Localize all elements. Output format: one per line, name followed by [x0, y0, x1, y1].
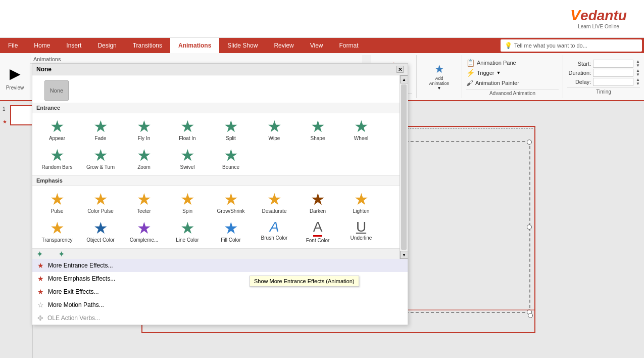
- entrance-item-wheel[interactable]: ★ Wheel: [340, 116, 382, 143]
- anim-icon: ★: [180, 220, 195, 236]
- animation-pane-icon: 📋: [466, 59, 475, 67]
- emphasis-item-lighten[interactable]: ★ Lighten: [340, 189, 382, 216]
- animation-painter-button[interactable]: Animation Painter: [475, 80, 519, 86]
- tab-review[interactable]: Review: [266, 38, 302, 53]
- scroll-down-button[interactable]: ▼: [400, 251, 408, 259]
- emphasis-item-color-pulse[interactable]: ★ Color Pulse: [80, 189, 121, 216]
- entrance-item-fly-in[interactable]: ★ Fly In: [123, 116, 165, 143]
- emphasis-item-desaturate[interactable]: ★ Desaturate: [254, 189, 295, 216]
- emphasis-item-teeter[interactable]: ★ Teeter: [123, 189, 165, 216]
- anim-icon: ★: [93, 191, 108, 207]
- preview-button[interactable]: ▶: [3, 63, 28, 84]
- entrance-item-appear[interactable]: ★ Appear: [36, 116, 78, 143]
- anim-name: Swivel: [180, 164, 195, 170]
- anim-name: Grow & Turn: [86, 164, 115, 170]
- entrance-item-bounce[interactable]: ★ Bounce: [210, 145, 252, 172]
- anim-icon: ★: [354, 191, 369, 207]
- entrance-item-swivel[interactable]: ★ Swivel: [167, 145, 208, 172]
- trigger-button[interactable]: Trigger: [477, 70, 494, 76]
- scroll-up-button[interactable]: ▲: [400, 75, 408, 83]
- more-exit-effects-item[interactable]: ★ More Exit Effects...: [32, 285, 408, 298]
- entrance-item-split[interactable]: ★ Split: [210, 116, 252, 143]
- more-motion-paths-item[interactable]: ☆ More Motion Paths...: [32, 298, 408, 311]
- handle-mr[interactable]: [527, 225, 532, 230]
- scroll-thumb[interactable]: [401, 84, 407, 250]
- entrance-item-grow-&-turn[interactable]: ★ Grow & Turn: [80, 145, 121, 172]
- emphasis-item-fill-color[interactable]: ★ Fill Color: [210, 218, 252, 245]
- anim-name: Underline: [351, 235, 372, 241]
- ole-label: OLE Action Verbs...: [47, 315, 100, 322]
- tab-design[interactable]: Design: [89, 38, 124, 53]
- more-entrance-label: More Entrance Effects...: [48, 262, 113, 269]
- logo-subtitle: Learn LIVE Online: [578, 24, 619, 29]
- emphasis-item-underline[interactable]: U Underline: [340, 218, 382, 245]
- anim-icon: ★: [224, 147, 238, 163]
- entrance-grid: ★ Appear★ Fade★ Fly In★ Float In★ Split★…: [32, 113, 408, 175]
- anim-name: Darken: [310, 208, 326, 214]
- start-input[interactable]: [593, 60, 633, 68]
- anim-panel-scroll: ▲ ▼ None Entrance ★ Appear★ Fade★ Fly In…: [32, 75, 408, 259]
- anim-name: Bounce: [222, 164, 239, 170]
- entrance-item-zoom[interactable]: ★ Zoom: [123, 145, 165, 172]
- emphasis-item-transparency[interactable]: ★ Transparency: [36, 218, 78, 245]
- entrance-item-fade[interactable]: ★ Fade: [80, 116, 121, 143]
- tab-file[interactable]: File: [0, 38, 26, 53]
- tab-slideshow[interactable]: Slide Show: [219, 38, 266, 53]
- tab-insert[interactable]: Insert: [58, 38, 89, 53]
- anim-icon: ★: [224, 220, 238, 236]
- tab-animations[interactable]: Animations: [170, 38, 219, 53]
- emphasis-item-line-color[interactable]: ★ Line Color: [167, 218, 208, 245]
- entrance-item-wipe[interactable]: ★ Wipe: [254, 116, 295, 143]
- more-entrance-effects-item[interactable]: ★ More Entrance Effects...: [32, 259, 408, 272]
- tab-home[interactable]: Home: [26, 38, 58, 53]
- anim-icon: ★: [311, 191, 325, 207]
- panel-close[interactable]: ✕: [397, 66, 404, 73]
- anim-name: Teeter: [137, 208, 151, 214]
- top-bar: Vedantu Learn LIVE Online: [0, 0, 644, 38]
- delay-down-arrow[interactable]: ▼: [636, 82, 640, 86]
- preview-section: ▶ Preview: [0, 55, 30, 98]
- emphasis-item-brush-color[interactable]: A Brush Color: [254, 218, 295, 245]
- anim-none-item[interactable]: None: [36, 78, 77, 103]
- delay-input[interactable]: [593, 78, 633, 86]
- anim-panel-header: None ✕: [32, 64, 408, 75]
- handle-bottom-right[interactable]: [528, 313, 533, 318]
- anim-name: Random Bars: [41, 164, 72, 170]
- advanced-animation-section: 📋 Animation Pane ⚡ Trigger ▼ 🖌 Animation…: [462, 55, 563, 98]
- entrance-section-label: Entrance: [32, 103, 408, 113]
- add-animation-section: ★ AddAnimation ▼: [417, 55, 462, 98]
- trigger-dropdown[interactable]: ▼: [496, 70, 501, 75]
- tab-transitions[interactable]: Transitions: [125, 38, 170, 53]
- more-entrance-star: ★: [37, 261, 44, 270]
- start-down-arrow[interactable]: ▼: [636, 64, 640, 68]
- none-icon: None: [44, 80, 69, 101]
- duration-input[interactable]: [593, 69, 633, 77]
- emphasis-item-compleme[interactable]: ★ Compleme...: [123, 218, 165, 245]
- anim-name: Appear: [49, 136, 65, 141]
- painter-icon: 🖌: [466, 79, 473, 87]
- emphasis-item-font-color[interactable]: A Font Color: [297, 218, 338, 245]
- tab-view[interactable]: View: [302, 38, 331, 53]
- duration-down-arrow[interactable]: ▼: [636, 73, 640, 77]
- anim-icon: ★: [354, 118, 369, 135]
- emphasis-item-spin[interactable]: ★ Spin: [167, 189, 208, 216]
- emphasis-section-label: Emphasis: [32, 175, 408, 186]
- emphasis-item-darken[interactable]: ★ Darken: [297, 189, 338, 216]
- ole-action-verbs-item[interactable]: ✤ OLE Action Verbs...: [32, 311, 408, 325]
- anim-name: Fill Color: [221, 237, 240, 243]
- entrance-item-float-in[interactable]: ★ Float In: [167, 116, 208, 143]
- add-animation-button[interactable]: ★ AddAnimation ▼: [428, 62, 450, 92]
- emphasis-item-pulse[interactable]: ★ Pulse: [36, 189, 78, 216]
- anim-name: Line Color: [176, 237, 199, 243]
- anim-name: Color Pulse: [87, 208, 114, 214]
- entrance-item-random-bars[interactable]: ★ Random Bars: [36, 145, 78, 172]
- animation-pane-button[interactable]: Animation Pane: [477, 60, 516, 66]
- handle-tr[interactable]: [527, 140, 532, 145]
- timing-section: Start: ▲▼ Duration: ▲▼ Delay: ▲▼ Timing: [563, 55, 644, 98]
- animation-panel: None ✕ ▲ ▼ None Entrance ★ Appear★ Fade★…: [32, 63, 408, 325]
- emphasis-item-object-color[interactable]: ★ Object Color: [80, 218, 121, 245]
- emphasis-item-grow-shrink[interactable]: ★ Grow/Shrink: [210, 189, 252, 216]
- tab-format[interactable]: Format: [331, 38, 367, 53]
- entrance-item-shape[interactable]: ★ Shape: [297, 116, 338, 143]
- search-icon: 💡: [505, 42, 512, 49]
